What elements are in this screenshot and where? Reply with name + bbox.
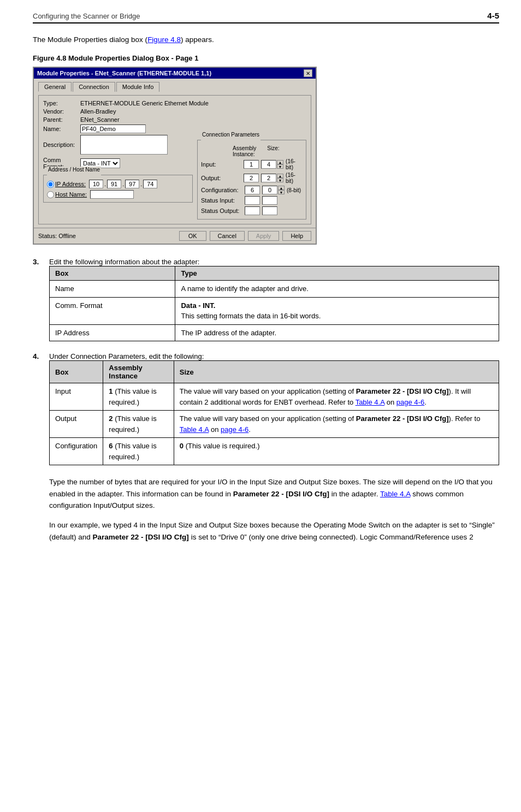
cancel-button[interactable]: Cancel xyxy=(210,231,245,241)
table-row: Name A name to identify the adapter and … xyxy=(50,281,499,298)
description-label: Description: xyxy=(43,141,80,148)
ip-radio[interactable] xyxy=(47,181,54,188)
dialog-tabs: General Connection Module Info xyxy=(38,82,311,92)
config-param-label: Configuration: xyxy=(201,187,245,193)
status-label: Status: Offline xyxy=(38,233,76,239)
apply-button[interactable]: Apply xyxy=(248,231,280,241)
table-header-row: Box Assembly Instance Size xyxy=(50,361,499,383)
table4a-link-2[interactable]: Table 4.A xyxy=(180,425,209,434)
input-size-spinner[interactable]: ▲ ▼ xyxy=(277,160,283,169)
host-radio[interactable] xyxy=(47,191,54,198)
status-input-field[interactable] xyxy=(245,196,260,205)
status-output-label: Status Output: xyxy=(201,208,245,214)
output-param-row: Output: ▲ ▼ (16-bit) xyxy=(201,172,303,184)
table-row: IP Address The IP address of the adapter… xyxy=(50,324,499,341)
intro-text-before: The Module Properties dialog box ( xyxy=(33,35,147,44)
spin-up-icon[interactable]: ▲ xyxy=(277,160,283,164)
name-input[interactable] xyxy=(80,125,146,133)
address-box: Address / Host Name IP Address: . . . xyxy=(43,172,193,203)
status-output-field[interactable] xyxy=(245,206,260,215)
address-box-title: Address / Host Name xyxy=(47,167,101,173)
assembly-output: 2 (This value is required.) xyxy=(103,411,174,438)
col-assembly-header: Assembly Instance xyxy=(103,361,174,383)
spin-up-icon[interactable]: ▲ xyxy=(278,186,285,190)
config-size-spinner[interactable]: ▲ ▼ xyxy=(278,186,285,194)
spin-up-icon[interactable]: ▲ xyxy=(277,174,283,178)
step-4-table: Box Assembly Instance Size Input 1 (This… xyxy=(49,360,499,465)
page4-6-link-1[interactable]: page 4-6 xyxy=(396,398,424,406)
dialog-left-column: Description: Comm Format: Data - INT Add… xyxy=(43,135,193,220)
config-size-note: (8-bit) xyxy=(287,187,301,193)
table4a-link-3[interactable]: Table 4.A xyxy=(380,490,411,498)
step-3-table: Box Type Name A name to identify the ada… xyxy=(49,266,499,341)
spin-down-icon[interactable]: ▼ xyxy=(277,178,283,182)
assembly-configuration: 6 (This value is required.) xyxy=(103,438,174,465)
connection-params-panel: Connection Parameters AssemblyInstance: … xyxy=(197,135,306,220)
description-textarea[interactable] xyxy=(80,135,168,155)
col-assembly-header: AssemblyInstance: xyxy=(233,145,256,157)
host-name-input[interactable] xyxy=(90,190,134,199)
dialog-title: Module Properties - ENet_Scanner (ETHERN… xyxy=(37,70,211,76)
input-size[interactable] xyxy=(261,160,276,169)
figure-link[interactable]: Figure 4.8 xyxy=(147,35,181,44)
dialog-tab-content: Type: ETHERNET-MODULE Generic Ethernet M… xyxy=(38,95,311,224)
box-ip-address: IP Address xyxy=(50,324,175,341)
ok-button[interactable]: OK xyxy=(179,231,206,241)
output-size[interactable] xyxy=(261,174,276,182)
status-input-size[interactable] xyxy=(262,196,277,205)
tab-connection[interactable]: Connection xyxy=(73,82,115,92)
spin-down-icon[interactable]: ▼ xyxy=(277,164,283,169)
ip-input-group: . . . xyxy=(89,180,157,188)
spin-down-icon[interactable]: ▼ xyxy=(278,190,285,194)
module-properties-dialog: Module Properties - ENet_Scanner (ETHERN… xyxy=(33,67,317,245)
help-button[interactable]: Help xyxy=(282,231,311,241)
ip-octet-4[interactable] xyxy=(143,180,157,188)
step-3-number: 3. xyxy=(33,258,49,266)
ip-octet-3[interactable] xyxy=(125,180,139,188)
step-3-content: Box Type Name A name to identify the ada… xyxy=(49,266,499,341)
description-row: Description: xyxy=(43,135,193,155)
col-box-header: Box xyxy=(50,266,175,281)
table4a-link-1[interactable]: Table 4.A xyxy=(356,398,385,406)
parent-value: ENet_Scanner xyxy=(80,116,120,123)
config-instance[interactable] xyxy=(245,186,260,194)
status-output-size[interactable] xyxy=(262,206,277,215)
status-input-label: Status Input: xyxy=(201,197,245,204)
output-param-label: Output: xyxy=(201,175,244,181)
step-4: 4. Under Connection Parameters, edit the… xyxy=(33,352,499,465)
input-instance[interactable] xyxy=(244,160,259,169)
type-label: Type: xyxy=(43,100,80,106)
output-size-note: (16-bit) xyxy=(286,172,303,184)
col-type-header: Type xyxy=(175,266,499,281)
vendor-row: Vendor: Allen-Bradley xyxy=(43,108,306,115)
step-4-content: Box Assembly Instance Size Input 1 (This… xyxy=(49,360,499,465)
dialog-main-content: Description: Comm Format: Data - INT Add… xyxy=(43,135,306,220)
table-row: Comm. Format Data - INT.This setting for… xyxy=(50,297,499,324)
step-4-text: Under Connection Parameters, edit the fo… xyxy=(49,352,204,360)
output-instance[interactable] xyxy=(244,174,259,182)
size-output: The value will vary based on your applic… xyxy=(174,411,499,438)
page-header: Configuring the Scanner or Bridge 4-5 xyxy=(33,11,499,23)
page4-6-link-2[interactable]: page 4-6 xyxy=(221,425,248,434)
box-output: Output xyxy=(50,411,103,438)
output-size-spinner[interactable]: ▲ ▼ xyxy=(277,174,283,182)
ip-octet-2[interactable] xyxy=(107,180,121,188)
connection-params-box: Connection Parameters AssemblyInstance: … xyxy=(197,137,306,220)
dialog-titlebar: Module Properties - ENet_Scanner (ETHERN… xyxy=(34,68,316,79)
page-number: 4-5 xyxy=(487,11,499,20)
size-configuration: 0 (This value is required.) xyxy=(174,438,499,465)
dialog-close-button[interactable]: ✕ xyxy=(304,69,312,77)
size-input: The value will vary based on your applic… xyxy=(174,383,499,411)
box-comm-format: Comm. Format xyxy=(50,297,175,324)
ip-radio-label: IP Address: xyxy=(55,181,86,187)
config-size[interactable] xyxy=(262,186,277,194)
paragraph-2: In our example, we typed 4 in the Input … xyxy=(49,519,499,543)
tab-module-info[interactable]: Module Info xyxy=(116,82,159,92)
step-4-number: 4. xyxy=(33,352,49,360)
intro-text-after: ) appears. xyxy=(181,35,214,44)
tab-general[interactable]: General xyxy=(38,82,72,92)
vendor-value: Allen-Bradley xyxy=(80,108,116,115)
parent-label: Parent: xyxy=(43,116,80,123)
input-param-label: Input: xyxy=(201,161,244,168)
ip-octet-1[interactable] xyxy=(89,180,103,188)
